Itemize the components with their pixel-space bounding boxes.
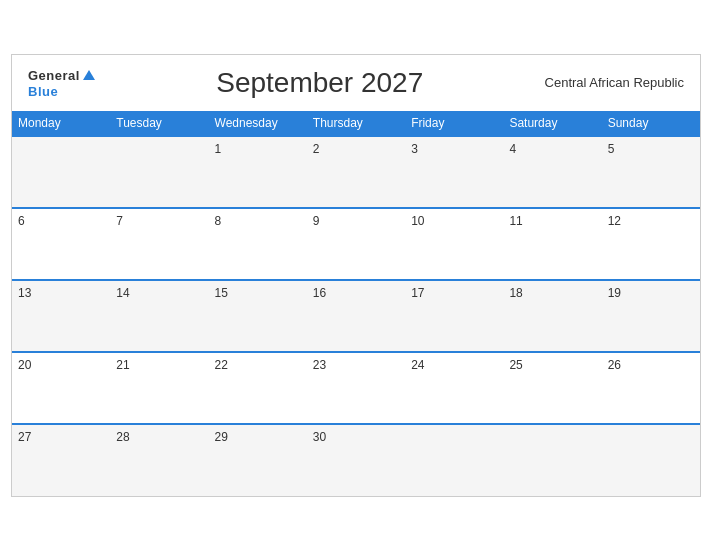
logo-general-line: General xyxy=(28,67,95,83)
calendar-cell xyxy=(602,424,700,496)
day-number: 8 xyxy=(215,214,222,228)
day-number: 25 xyxy=(509,358,522,372)
calendar-cell: 27 xyxy=(12,424,110,496)
day-number: 16 xyxy=(313,286,326,300)
calendar-cell xyxy=(405,424,503,496)
day-number: 23 xyxy=(313,358,326,372)
weekday-header-saturday: Saturday xyxy=(503,111,601,136)
calendar-region: Central African Republic xyxy=(545,75,684,90)
calendar-cell: 6 xyxy=(12,208,110,280)
logo-general-text: General xyxy=(28,68,80,83)
weekday-header-sunday: Sunday xyxy=(602,111,700,136)
calendar-cell: 20 xyxy=(12,352,110,424)
day-number: 26 xyxy=(608,358,621,372)
calendar-header: General Blue September 2027 Central Afri… xyxy=(12,55,700,111)
weekday-header-wednesday: Wednesday xyxy=(209,111,307,136)
calendar-cell: 15 xyxy=(209,280,307,352)
calendar-cell xyxy=(110,136,208,208)
calendar-cell: 13 xyxy=(12,280,110,352)
calendar-cell: 1 xyxy=(209,136,307,208)
day-number: 24 xyxy=(411,358,424,372)
calendar-cell: 5 xyxy=(602,136,700,208)
calendar-cell: 22 xyxy=(209,352,307,424)
day-number: 17 xyxy=(411,286,424,300)
calendar-cell: 24 xyxy=(405,352,503,424)
day-number: 22 xyxy=(215,358,228,372)
day-number: 19 xyxy=(608,286,621,300)
logo-blue-text: Blue xyxy=(28,84,58,99)
weekday-header-tuesday: Tuesday xyxy=(110,111,208,136)
day-number: 10 xyxy=(411,214,424,228)
calendar-cell: 25 xyxy=(503,352,601,424)
calendar-cell xyxy=(12,136,110,208)
day-number: 12 xyxy=(608,214,621,228)
day-number: 1 xyxy=(215,142,222,156)
calendar-cell: 23 xyxy=(307,352,405,424)
logo: General Blue xyxy=(28,67,95,99)
weekday-header-thursday: Thursday xyxy=(307,111,405,136)
calendar-cell: 30 xyxy=(307,424,405,496)
calendar: General Blue September 2027 Central Afri… xyxy=(11,54,701,497)
calendar-cell xyxy=(503,424,601,496)
day-number: 5 xyxy=(608,142,615,156)
calendar-cell: 8 xyxy=(209,208,307,280)
calendar-cell: 18 xyxy=(503,280,601,352)
calendar-cell: 28 xyxy=(110,424,208,496)
day-number: 11 xyxy=(509,214,522,228)
day-number: 30 xyxy=(313,430,326,444)
weekday-header-row: MondayTuesdayWednesdayThursdayFridaySatu… xyxy=(12,111,700,136)
day-number: 27 xyxy=(18,430,31,444)
day-number: 4 xyxy=(509,142,516,156)
calendar-cell: 9 xyxy=(307,208,405,280)
calendar-title: September 2027 xyxy=(95,67,545,99)
day-number: 9 xyxy=(313,214,320,228)
weekday-header-friday: Friday xyxy=(405,111,503,136)
week-row-1: 12345 xyxy=(12,136,700,208)
calendar-cell: 4 xyxy=(503,136,601,208)
calendar-cell: 10 xyxy=(405,208,503,280)
calendar-cell: 12 xyxy=(602,208,700,280)
day-number: 28 xyxy=(116,430,129,444)
calendar-cell: 16 xyxy=(307,280,405,352)
calendar-cell: 2 xyxy=(307,136,405,208)
calendar-cell: 29 xyxy=(209,424,307,496)
calendar-cell: 7 xyxy=(110,208,208,280)
week-row-3: 13141516171819 xyxy=(12,280,700,352)
day-number: 3 xyxy=(411,142,418,156)
week-row-2: 6789101112 xyxy=(12,208,700,280)
calendar-cell: 21 xyxy=(110,352,208,424)
logo-triangle-icon xyxy=(83,70,95,80)
calendar-cell: 17 xyxy=(405,280,503,352)
day-number: 14 xyxy=(116,286,129,300)
week-row-5: 27282930 xyxy=(12,424,700,496)
week-row-4: 20212223242526 xyxy=(12,352,700,424)
calendar-cell: 14 xyxy=(110,280,208,352)
day-number: 15 xyxy=(215,286,228,300)
calendar-cell: 26 xyxy=(602,352,700,424)
calendar-table: MondayTuesdayWednesdayThursdayFridaySatu… xyxy=(12,111,700,496)
calendar-cell: 19 xyxy=(602,280,700,352)
calendar-cell: 3 xyxy=(405,136,503,208)
day-number: 13 xyxy=(18,286,31,300)
calendar-cell: 11 xyxy=(503,208,601,280)
weekday-header-monday: Monday xyxy=(12,111,110,136)
day-number: 6 xyxy=(18,214,25,228)
day-number: 29 xyxy=(215,430,228,444)
day-number: 7 xyxy=(116,214,123,228)
day-number: 18 xyxy=(509,286,522,300)
day-number: 20 xyxy=(18,358,31,372)
day-number: 2 xyxy=(313,142,320,156)
day-number: 21 xyxy=(116,358,129,372)
